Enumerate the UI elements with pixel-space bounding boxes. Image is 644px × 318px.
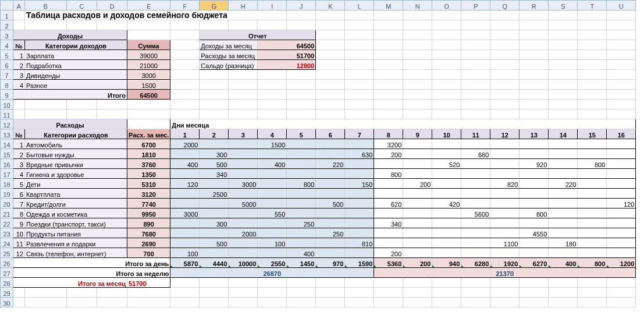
expense-day-cell[interactable]: [229, 169, 258, 179]
expense-day-cell[interactable]: 420: [432, 199, 461, 209]
expense-day-cell[interactable]: [461, 238, 490, 248]
expense-day-cell[interactable]: 180: [549, 238, 578, 248]
expense-day-cell[interactable]: 500: [316, 199, 345, 209]
expense-day-cell[interactable]: [345, 169, 374, 179]
expense-day-cell[interactable]: [490, 248, 520, 258]
expense-day-cell[interactable]: [287, 199, 316, 209]
expense-day-cell[interactable]: [287, 139, 316, 149]
expense-day-cell[interactable]: [490, 218, 520, 228]
expense-day-cell[interactable]: [345, 248, 374, 258]
expense-day-cell[interactable]: [461, 218, 490, 228]
expense-day-cell[interactable]: [549, 228, 578, 238]
expense-day-cell[interactable]: [578, 149, 607, 159]
expense-day-cell[interactable]: [403, 218, 432, 228]
expense-row-num[interactable]: 10: [13, 228, 25, 238]
expense-day-cell[interactable]: [607, 189, 636, 199]
expense-day-cell[interactable]: [170, 228, 200, 238]
column-headers[interactable]: ABCD EFGH IJKL MNOP QRST U: [1, 1, 636, 10]
expense-day-cell[interactable]: [578, 238, 607, 248]
expense-row-monthly[interactable]: 700: [127, 248, 170, 258]
expense-day-cell[interactable]: [345, 139, 374, 149]
expense-day-cell[interactable]: [578, 139, 607, 149]
expense-row-name[interactable]: Автомобиль: [25, 139, 127, 149]
expense-row-monthly[interactable]: 7740: [127, 199, 170, 209]
expense-row-num[interactable]: 11: [13, 238, 25, 248]
expense-row-num[interactable]: 7: [13, 199, 25, 209]
expense-day-cell[interactable]: [316, 218, 345, 228]
expense-day-cell[interactable]: [258, 169, 287, 179]
expense-day-cell[interactable]: 5600: [461, 209, 490, 218]
expense-day-cell[interactable]: [520, 218, 549, 228]
expense-row-monthly[interactable]: 890: [127, 218, 170, 228]
expense-day-cell[interactable]: [345, 199, 374, 209]
expense-day-cell[interactable]: [374, 209, 403, 218]
expense-day-cell[interactable]: [490, 189, 520, 199]
expense-day-cell[interactable]: 500: [200, 238, 229, 248]
expense-day-cell[interactable]: [229, 149, 258, 159]
expense-day-cell[interactable]: [200, 228, 229, 238]
expense-day-cell[interactable]: [490, 228, 520, 238]
expense-day-cell[interactable]: [258, 189, 287, 199]
expense-day-cell[interactable]: [229, 139, 258, 149]
expense-day-cell[interactable]: [403, 238, 432, 248]
expense-day-cell[interactable]: [549, 159, 578, 169]
expense-day-cell[interactable]: [287, 238, 316, 248]
expense-day-cell[interactable]: [316, 139, 345, 149]
expense-day-cell[interactable]: [432, 149, 461, 159]
expense-row-monthly[interactable]: 7680: [127, 228, 170, 238]
expense-day-cell[interactable]: [374, 228, 403, 238]
expense-day-cell[interactable]: [403, 209, 432, 218]
expense-row-num[interactable]: 3: [13, 159, 25, 169]
expense-day-cell[interactable]: [461, 248, 490, 258]
expense-day-cell[interactable]: [316, 209, 345, 218]
expense-day-cell[interactable]: 200: [374, 248, 403, 258]
expense-day-cell[interactable]: [287, 228, 316, 238]
expense-day-cell[interactable]: [287, 159, 316, 169]
expense-day-cell[interactable]: [432, 189, 461, 199]
expense-day-cell[interactable]: 400: [258, 159, 287, 169]
expense-day-cell[interactable]: 3000: [229, 179, 258, 189]
expense-day-cell[interactable]: [316, 169, 345, 179]
expense-day-cell[interactable]: 500: [200, 159, 229, 169]
expense-day-cell[interactable]: [287, 209, 316, 218]
expense-day-cell[interactable]: [229, 248, 258, 258]
expense-day-cell[interactable]: 2500: [200, 189, 229, 199]
expense-day-cell[interactable]: [607, 238, 636, 248]
expense-day-cell[interactable]: [549, 149, 578, 159]
expense-day-cell[interactable]: [461, 199, 490, 209]
expense-row-num[interactable]: 5: [13, 179, 25, 189]
expense-day-cell[interactable]: [403, 149, 432, 159]
expense-row-name[interactable]: Одежда и косметика: [25, 209, 127, 218]
expense-day-cell[interactable]: [403, 139, 432, 149]
expense-day-cell[interactable]: [578, 218, 607, 228]
expense-day-cell[interactable]: [374, 159, 403, 169]
expense-day-cell[interactable]: 2000: [229, 228, 258, 238]
expense-day-cell[interactable]: 920: [520, 159, 549, 169]
expense-day-cell[interactable]: 5000: [229, 199, 258, 209]
expense-day-cell[interactable]: 1100: [490, 238, 520, 248]
expense-day-cell[interactable]: 820: [490, 179, 520, 189]
expense-day-cell[interactable]: 520: [432, 159, 461, 169]
expense-day-cell[interactable]: [229, 209, 258, 218]
expense-day-cell[interactable]: [549, 199, 578, 209]
expense-row-monthly[interactable]: 1350: [127, 169, 170, 179]
expense-day-cell[interactable]: [490, 209, 520, 218]
expense-day-cell[interactable]: [461, 179, 490, 189]
expense-day-cell[interactable]: [229, 189, 258, 199]
expense-row-name[interactable]: Бытовые нужды: [25, 149, 127, 159]
expense-row-name[interactable]: Дети: [25, 179, 127, 189]
spreadsheet-grid[interactable]: ABCD EFGH IJKL MNOP QRST U 1Таблица расх…: [0, 0, 636, 308]
expense-day-cell[interactable]: 200: [403, 179, 432, 189]
expense-day-cell[interactable]: 220: [316, 159, 345, 169]
expense-day-cell[interactable]: 800: [374, 169, 403, 179]
expense-day-cell[interactable]: [549, 248, 578, 258]
expense-day-cell[interactable]: 250: [287, 218, 316, 228]
expense-day-cell[interactable]: [461, 169, 490, 179]
expense-day-cell[interactable]: [490, 149, 520, 159]
expense-day-cell[interactable]: [578, 179, 607, 189]
expense-day-cell[interactable]: [345, 209, 374, 218]
expense-day-cell[interactable]: [258, 199, 287, 209]
expense-day-cell[interactable]: [549, 218, 578, 228]
expense-day-cell[interactable]: 3200: [374, 139, 403, 149]
expense-day-cell[interactable]: [316, 238, 345, 248]
